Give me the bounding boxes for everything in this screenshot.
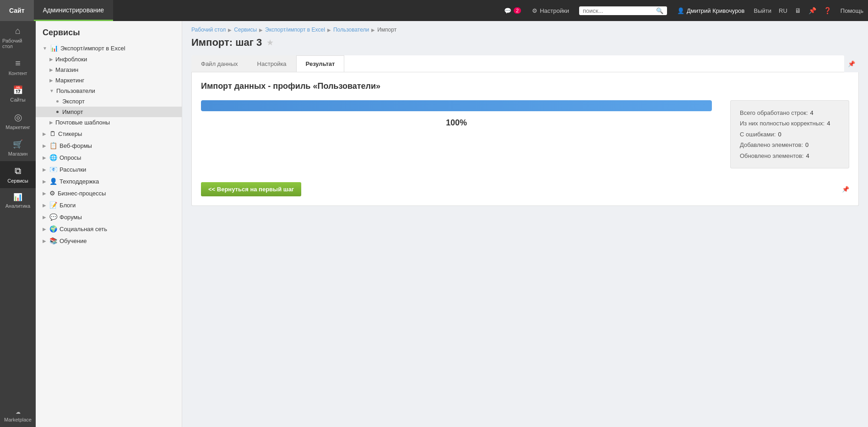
sidebar-item-infobloki[interactable]: ▶ Инфоблоки (36, 54, 182, 65)
tabs-pin-icon[interactable]: 📌 (844, 58, 859, 70)
sidebar-item-webforms[interactable]: ▶ 📋 Веб-формы (36, 140, 182, 151)
expand-arrow-icon: ▼ (43, 46, 47, 51)
sidebar-item-shop[interactable]: ▶ Магазин (36, 65, 182, 75)
content-icon: ≡ (15, 58, 21, 69)
bottom-pin-icon[interactable]: 📌 (842, 186, 849, 193)
dot-icon (56, 111, 59, 113)
breadcrumb-import: Импорт (377, 27, 396, 33)
breadcrumb-services[interactable]: Сервисы (234, 27, 257, 33)
action-bar: << Вернуться на первый шаг 📌 (201, 182, 849, 196)
tabs-row: Файл данных Настройка Результат 📌 (191, 55, 859, 72)
chat-icon: 💬 (504, 7, 511, 14)
dot-icon (56, 100, 59, 103)
excel-icon: 📊 (50, 44, 58, 52)
sites-icon: 📅 (13, 85, 23, 95)
nav-item-shop[interactable]: 🛒 Магазин (0, 135, 36, 161)
chevron-icon: ▶ (43, 203, 46, 208)
topbar-messages[interactable]: 💬 2 (499, 7, 526, 14)
left-nav: ⌂ Рабочий стол ≡ Контент 📅 Сайты ◎ Марке… (0, 21, 36, 427)
sidebar-item-marketing[interactable]: ▶ Маркетинг (36, 75, 182, 86)
chevron-icon: ▶ (43, 227, 46, 232)
chevron-icon: ▶ (49, 67, 53, 72)
topbar-settings[interactable]: ⚙ Настройки (526, 7, 575, 14)
mailing-icon: 📧 (49, 166, 57, 173)
learning-icon: 📚 (49, 237, 57, 244)
forums-icon: 💬 (49, 213, 57, 221)
breadcrumb: Рабочий стол ▶ Сервисы ▶ Экспорт/импорт … (182, 21, 868, 37)
topbar-lang[interactable]: RU (775, 7, 791, 14)
progress-bar-container (201, 100, 712, 111)
progress-bar (201, 100, 712, 111)
nav-item-analytics[interactable]: 📊 Аналитика (0, 188, 36, 213)
favorite-star-icon[interactable]: ★ (266, 38, 274, 48)
chevron-icon: ▶ (43, 131, 46, 136)
blogs-icon: 📝 (49, 201, 57, 209)
gear-icon: ⚙ (532, 7, 537, 14)
sidebar-item-bizproc[interactable]: ▶ ⚙ Бизнес-процессы (36, 187, 182, 199)
chevron-down-icon: ▼ (49, 88, 54, 93)
nav-item-desktop[interactable]: ⌂ Рабочий стол (0, 21, 36, 54)
nav-item-content[interactable]: ≡ Контент (0, 54, 36, 81)
page-title-container: Импорт: шаг 3 ★ (182, 37, 868, 55)
surveys-icon: 🌐 (49, 154, 57, 161)
sidebar-item-social[interactable]: ▶ 🌍 Социальная сеть (36, 223, 182, 235)
import-section: Импорт данных - профиль «Пользователи» 1… (201, 81, 849, 196)
breadcrumb-users[interactable]: Пользователи (333, 27, 369, 33)
search-input[interactable] (583, 7, 656, 14)
chevron-icon: ▶ (43, 191, 46, 196)
nav-item-marketplace[interactable]: ☁ Marketplace (0, 405, 36, 427)
stat-total: Всего обработано строк: 4 (740, 108, 840, 118)
topbar-site-button[interactable]: Сайт (0, 0, 34, 21)
tab-result[interactable]: Результат (296, 55, 345, 72)
stat-correct: Из них полностью корректных: 4 (740, 118, 840, 129)
sidebar-item-blogs[interactable]: ▶ 📝 Блоги (36, 199, 182, 211)
topbar-admin-button[interactable]: Администрирование (34, 0, 114, 21)
page-title: Импорт: шаг 3 (191, 37, 262, 49)
chevron-icon: ▶ (49, 78, 53, 83)
topbar-user[interactable]: 👤 Дмитрий Кривочуров (672, 7, 750, 14)
sidebar-item-stickers[interactable]: ▶ 🗒 Стикеры (36, 128, 182, 140)
support-icon: 👤 (49, 178, 57, 185)
services-icon: ⧉ (15, 166, 21, 176)
chevron-icon: ▶ (43, 167, 46, 172)
sidebar-title: Сервисы (36, 28, 182, 42)
stickers-icon: 🗒 (49, 130, 56, 137)
breadcrumb-desktop[interactable]: Рабочий стол (191, 27, 226, 33)
marketing-icon: ◎ (14, 112, 22, 123)
topbar-monitor-icon[interactable]: 🖥 (791, 7, 805, 14)
tab-file-data[interactable]: Файл данных (191, 55, 248, 72)
sidebar-item-forums[interactable]: ▶ 💬 Форумы (36, 211, 182, 223)
chevron-icon: ▶ (43, 143, 46, 148)
content-panel: Импорт данных - профиль «Пользователи» 1… (191, 72, 859, 206)
sidebar-item-mailing[interactable]: ▶ 📧 Рассылки (36, 163, 182, 175)
sidebar: Сервисы ▼ 📊 Экспорт/импорт в Excel ▶ Инф… (36, 21, 182, 427)
messages-badge: 2 (514, 7, 521, 14)
topbar-help-label[interactable]: Помощь (835, 7, 868, 14)
home-icon: ⌂ (15, 26, 21, 36)
progress-left: 100% (201, 100, 712, 128)
chevron-icon: ▶ (49, 120, 53, 125)
nav-item-sites[interactable]: 📅 Сайты (0, 81, 36, 107)
breadcrumb-sep-2: ▶ (259, 27, 263, 32)
nav-item-marketing[interactable]: ◎ Маркетинг (0, 107, 36, 135)
sidebar-item-export[interactable]: Экспорт (36, 96, 182, 107)
sidebar-item-excel[interactable]: ▼ 📊 Экспорт/импорт в Excel (36, 42, 182, 54)
nav-item-services[interactable]: ⧉ Сервисы (0, 161, 36, 188)
sidebar-item-users[interactable]: ▼ Пользователи (36, 86, 182, 96)
topbar-pin-icon[interactable]: 📌 (805, 7, 820, 14)
tab-settings[interactable]: Настройка (248, 55, 296, 72)
sidebar-item-support[interactable]: ▶ 👤 Техподдержка (36, 175, 182, 187)
topbar: Сайт Администрирование 💬 2 ⚙ Настройки 🔍… (0, 0, 868, 21)
sidebar-item-import[interactable]: Импорт (36, 107, 182, 117)
user-icon: 👤 (677, 7, 684, 14)
breadcrumb-excel[interactable]: Экспорт/импорт в Excel (265, 27, 325, 33)
back-to-first-step-button[interactable]: << Вернуться на первый шаг (201, 182, 301, 196)
sidebar-item-learning[interactable]: ▶ 📚 Обучение (36, 235, 182, 247)
sidebar-item-mail-templates[interactable]: ▶ Почтовые шаблоны (36, 117, 182, 128)
sidebar-item-surveys[interactable]: ▶ 🌐 Опросы (36, 151, 182, 163)
progress-area: 100% Всего обработано строк: 4 Из них по… (201, 100, 849, 168)
topbar-help-icon[interactable]: ❓ (820, 7, 835, 14)
chevron-icon: ▶ (43, 179, 46, 184)
topbar-logout[interactable]: Выйти (750, 7, 776, 14)
progress-percent: 100% (201, 118, 712, 128)
